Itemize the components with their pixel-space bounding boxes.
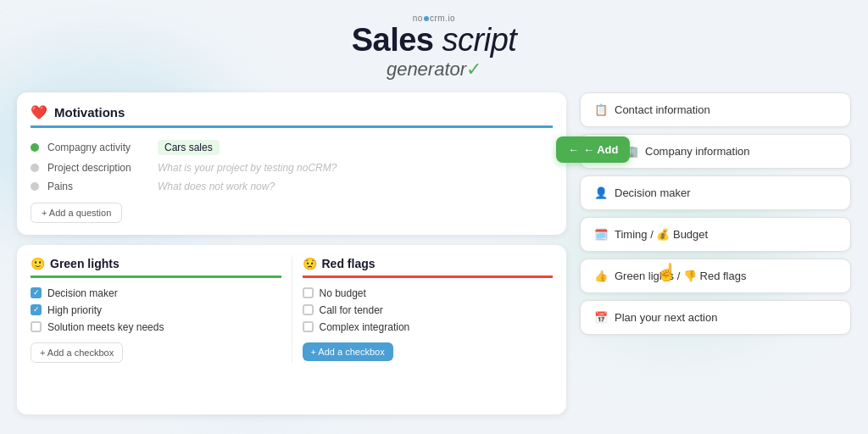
question-label-1: Project description (47, 162, 149, 174)
green-red-flags-button[interactable]: 👍 Green lights / 👎 Red flags (580, 259, 851, 293)
add-green-checkbox-button[interactable]: + Add a checkbox (31, 342, 123, 363)
question-row-1: Project description What is your project… (31, 159, 553, 177)
red-checkbox-2[interactable] (303, 321, 314, 332)
decision-maker-button[interactable]: 👤 Decision maker (580, 175, 851, 210)
green-lights-header: 🙂 Green lights (31, 257, 281, 278)
list-item: Decision maker (31, 285, 281, 302)
checkbox-1[interactable] (31, 304, 42, 315)
add-red-checkbox-button[interactable]: + Add a checkbox (303, 342, 393, 361)
question-dot-inactive-2 (31, 182, 39, 191)
question-row-2: Pains What does not work now? (31, 177, 553, 196)
arrow-left-icon: ← (568, 143, 579, 156)
question-row-0: Compagny activity Cars sales (31, 136, 553, 159)
flags-inner: 🙂 Green lights Decision maker High prior… (31, 257, 553, 363)
question-label-2: Pains (47, 181, 149, 192)
checkbox-0[interactable] (31, 287, 42, 298)
header: nocrm.io Sales script generator✓ (17, 14, 851, 81)
list-item: High priority (31, 302, 281, 319)
red-checkbox-0[interactable] (303, 287, 314, 298)
contact-icon: 📋 (594, 103, 608, 116)
left-column: ❤️ Motivations Compagny activity Cars sa… (17, 92, 566, 415)
thumbsup-icon: 👍 (594, 270, 608, 282)
calendar-icon: 🗓️ (594, 228, 608, 241)
timing-budget-button[interactable]: 🗓️ Timing / 💰 Budget (580, 217, 851, 252)
red-checkbox-1[interactable] (303, 304, 314, 315)
heart-icon: ❤️ (31, 104, 47, 120)
question-dot-active (31, 143, 39, 152)
page-title: Sales script (17, 23, 851, 58)
title-script: script (442, 22, 517, 58)
question-placeholder-2: What does not work now? (158, 181, 275, 192)
red-flags-col: 😟 Red flags No budget Call for tender (303, 257, 554, 363)
add-button[interactable]: ← ← Add (556, 136, 630, 163)
question-dot-inactive-1 (31, 164, 39, 172)
list-item: No budget (303, 285, 554, 302)
question-placeholder-1: What is your project by testing noCRM? (158, 162, 337, 174)
person-icon: 👤 (594, 186, 608, 199)
title-sales: Sales (352, 22, 434, 58)
right-column: ← ← Add 📋 Contact information 🏢 Company … (580, 92, 851, 415)
motivations-title: Motivations (54, 105, 125, 120)
flags-card: 🙂 Green lights Decision maker High prior… (17, 245, 566, 415)
list-item: Solution meets key needs (31, 319, 281, 336)
list-item: Call for tender (303, 302, 554, 319)
motivations-header: ❤️ Motivations (31, 104, 553, 128)
subtitle: generator✓ (17, 58, 851, 81)
plan-next-action-button[interactable]: 📅 Plan your next action (580, 300, 851, 335)
green-lights-col: 🙂 Green lights Decision maker High prior… (31, 257, 281, 363)
checkbox-2[interactable] (31, 321, 42, 332)
motivations-card: ❤️ Motivations Compagny activity Cars sa… (17, 92, 566, 235)
list-item: Complex integration (303, 319, 554, 336)
add-question-button[interactable]: + Add a question (31, 203, 122, 223)
smiley-icon: 🙂 (31, 257, 45, 270)
question-value-0: Cars sales (158, 140, 220, 155)
plan-icon: 📅 (594, 311, 608, 324)
question-label-0: Compagny activity (47, 142, 149, 153)
contact-information-button[interactable]: 📋 Contact information (580, 92, 851, 127)
flags-divider (292, 257, 292, 363)
sad-icon: 😟 (303, 257, 317, 270)
red-flags-header: 😟 Red flags (303, 257, 554, 278)
